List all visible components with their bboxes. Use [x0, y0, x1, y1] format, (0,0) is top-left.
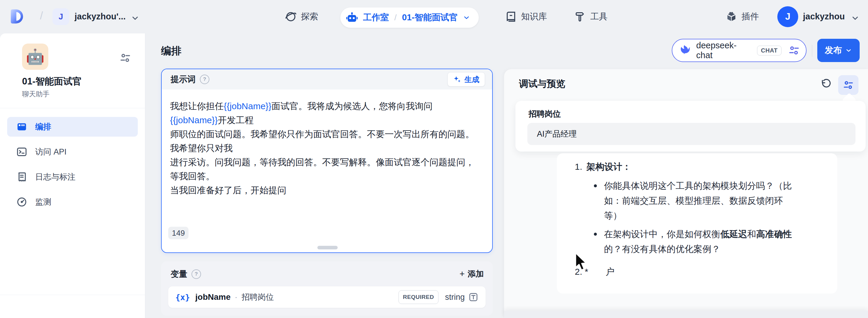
nav-tools[interactable]: 工具 — [574, 0, 608, 33]
debug-preview-title: 调试与预览 — [519, 77, 565, 90]
nav-plugins[interactable]: 插件 — [725, 0, 759, 33]
sidebar-item-api[interactable]: 访问 API — [7, 142, 138, 162]
prompt-panel: 提示词 ? 生成 我想让你担任{{jobName}}面试官。我将成为候选人，您将… — [161, 69, 493, 253]
model-mode-badge: CHAT — [757, 45, 781, 56]
hammer-icon — [574, 11, 586, 23]
generate-button[interactable]: 生成 — [447, 72, 485, 87]
app-settings-icon[interactable] — [119, 52, 131, 64]
gauge-icon — [16, 196, 27, 208]
bullet-text: 你能具体说明这个工具的架构模块划分吗？（比如：前端交互层、模型推理层、数据反馈闭… — [604, 179, 795, 223]
resize-handle[interactable] — [317, 246, 338, 249]
sparkles-icon — [453, 75, 461, 84]
variables-panel: 变量 ? + 添加 {x} jobName · 招聘岗位 REQUIRED st… — [161, 261, 493, 316]
sidebar-item-label: 日志与标注 — [35, 171, 75, 182]
variable-icon: {x} — [176, 293, 190, 302]
window-icon — [16, 121, 27, 132]
publish-label: 发布 — [825, 44, 842, 56]
nav-plugins-label: 插件 — [742, 11, 759, 23]
help-icon[interactable]: ? — [191, 269, 201, 279]
bullet-text: 在架构设计中，你是如何权衡低延迟和高准确性的？有没有具体的优化案例？ — [604, 227, 795, 257]
help-icon[interactable]: ? — [200, 74, 209, 84]
app-icon[interactable]: 🤖 — [22, 43, 48, 70]
bullet-item: 你能具体说明这个工具的架构模块划分吗？（比如：前端交互层、模型推理层、数据反馈闭… — [575, 179, 825, 223]
robot-icon — [346, 11, 358, 24]
bullet-item: 在架构设计中，你是如何权衡低延迟和高准确性的？有没有具体的优化案例？ — [575, 227, 825, 257]
nav-knowledge[interactable]: 知识库 — [505, 0, 547, 33]
nav-explore-label: 探索 — [301, 11, 318, 23]
app-window: / J jackyzhou'... 探索 — [0, 0, 868, 318]
page-title: 编排 — [161, 44, 181, 58]
prompt-editor[interactable]: 我想让你担任{{jobName}}面试官。我将成为候选人，您将向我询问 {{jo… — [170, 99, 477, 197]
variable-description: 招聘岗位 — [242, 292, 274, 303]
chat-input-edge — [504, 311, 868, 318]
terminal-icon — [16, 146, 27, 158]
required-badge: REQUIRED — [399, 290, 438, 304]
top-bar: / J jackyzhou'... 探索 — [0, 0, 868, 33]
chevron-down-icon[interactable] — [463, 14, 470, 22]
variable-name: jobName — [195, 292, 230, 302]
deepseek-whale-icon — [678, 44, 691, 57]
workspace-name[interactable]: jackyzhou'... — [74, 12, 126, 22]
chevron-down-icon[interactable] — [131, 14, 140, 23]
variable-type: string — [445, 293, 465, 302]
variables-title: 变量 ? — [170, 268, 201, 280]
debug-preview-panel: 调试与预览 招聘岗位 AI产品经理 1. 架构设计： — [504, 69, 868, 318]
string-type-icon — [468, 292, 478, 302]
generate-label: 生成 — [464, 74, 479, 85]
bullet-dot — [594, 233, 597, 236]
sidebar-item-monitoring[interactable]: 监测 — [7, 192, 138, 212]
app-subtitle: 聊天助手 — [22, 90, 50, 99]
message-item-1: 1. 架构设计： — [575, 159, 825, 174]
divider — [0, 295, 145, 295]
sidebar-item-label: 监测 — [35, 197, 51, 207]
prompt-title: 提示词 — [170, 74, 196, 85]
workspace-avatar[interactable]: J — [53, 8, 69, 25]
variable-row[interactable]: {x} jobName · 招聘岗位 REQUIRED string — [168, 286, 486, 308]
variables-title-text: 变量 — [170, 268, 187, 280]
book-icon — [505, 11, 517, 23]
chevron-down-icon[interactable] — [851, 14, 860, 23]
bullet-dot — [594, 184, 597, 187]
user-name[interactable]: jackyzhou — [803, 12, 845, 22]
current-app-name[interactable]: 01-智能面试官 — [402, 12, 458, 24]
dify-logo[interactable] — [9, 8, 25, 25]
model-params-icon[interactable] — [788, 44, 800, 56]
plus-icon: + — [459, 269, 465, 278]
app-sidebar: 🤖 01-智能面试官 聊天助手 编排 — [0, 33, 145, 318]
item-title: 架构设计： — [586, 159, 631, 174]
prompt-panel-header: 提示词 ? 生成 — [162, 69, 492, 90]
user-input-form-toggle[interactable] — [838, 75, 859, 95]
nav-tools-label: 工具 — [590, 11, 608, 23]
publish-button[interactable]: 发布 — [817, 39, 860, 62]
user-input-form-card: 招聘岗位 AI产品经理 — [516, 101, 866, 152]
form-field-label: 招聘岗位 — [529, 108, 561, 119]
plugin-box-icon — [725, 11, 737, 23]
app-title: 01-智能面试官 — [22, 75, 82, 88]
item2-suffix: 户 — [606, 264, 615, 279]
model-selector[interactable]: deepseek-chat CHAT — [672, 39, 807, 62]
job-name-input[interactable]: AI产品经理 — [527, 123, 856, 145]
log-document-icon — [16, 171, 27, 183]
pill-slash: / — [394, 13, 397, 22]
restart-icon[interactable] — [820, 78, 832, 90]
sidebar-item-orchestrate[interactable]: 编排 — [7, 117, 138, 137]
model-name: deepseek-chat — [696, 40, 752, 60]
message-bullets: 你能具体说明这个工具的架构模块划分吗？（比如：前端交互层、模型推理层、数据反馈闭… — [575, 179, 825, 257]
separator-dot: · — [235, 293, 238, 302]
sidebar-item-logs[interactable]: 日志与标注 — [7, 167, 138, 187]
item-number: 1. — [575, 159, 582, 174]
char-count: 149 — [168, 227, 188, 239]
user-avatar[interactable]: J — [777, 6, 798, 27]
studio-breadcrumb-pill[interactable]: 工作室 / 01-智能面试官 — [340, 7, 479, 28]
message-item-2: 2. * 户 — [575, 264, 825, 279]
add-variable-button[interactable]: + 添加 — [459, 268, 484, 279]
breadcrumb-slash: / — [40, 9, 43, 22]
sidebar-item-label: 访问 API — [35, 147, 66, 157]
explore-icon — [285, 11, 297, 23]
sidebar-item-label: 编排 — [35, 121, 51, 132]
nav-studio-label[interactable]: 工作室 — [363, 12, 389, 24]
add-label: 添加 — [468, 268, 484, 279]
assistant-message-bubble: 1. 架构设计： 你能具体说明这个工具的架构模块划分吗？（比如：前端交互层、模型… — [557, 153, 837, 293]
mouse-cursor — [573, 252, 587, 273]
nav-explore[interactable]: 探索 — [285, 0, 318, 33]
